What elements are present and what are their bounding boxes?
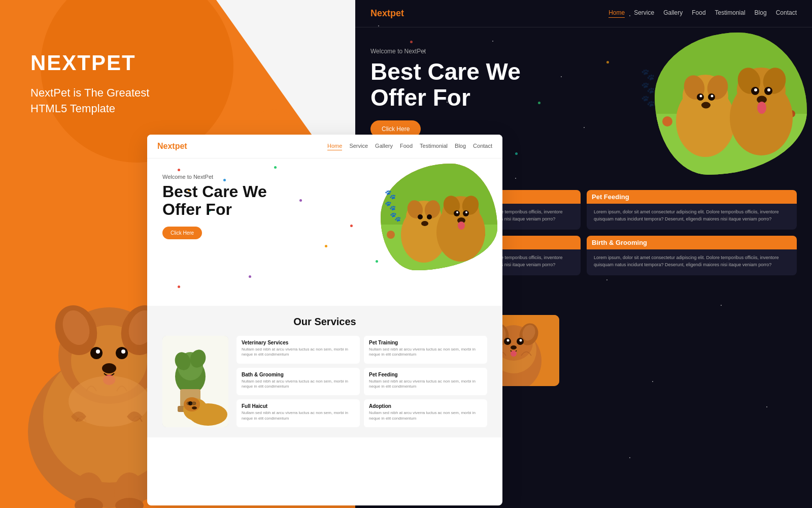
service-item-adoption: Adoption Nullam sed nibh at arcu viverra… [364, 399, 487, 427]
services-grid-container: Veterinary Services Nullam sed nibh at a… [162, 336, 487, 427]
svg-point-110 [507, 339, 510, 342]
svg-point-73 [711, 95, 714, 98]
center-logo: Nextpet [157, 142, 187, 151]
services-list: Veterinary Services Nullam sed nibh at a… [236, 336, 487, 427]
service-desc-pet-feeding: Nullam sed nibh at arcu viverra luctus a… [369, 379, 482, 390]
center-nav-contact[interactable]: Contact [473, 143, 492, 150]
paw-prints: 🐾 🐾 🐾 [385, 189, 401, 223]
service-desc-veterinary: Nullam sed nibh at arcu viverra luctus a… [242, 347, 355, 358]
svg-point-9 [116, 347, 128, 359]
right-nav-blog[interactable]: Blog [755, 9, 767, 18]
svg-point-8 [90, 347, 103, 359]
dot [178, 169, 180, 171]
svg-point-113 [511, 351, 517, 357]
center-nav-service[interactable]: Service [349, 143, 368, 150]
svg-point-54 [192, 406, 197, 409]
service-desc-bath-grooming: Nullam sed nibh at arcu viverra luctus a… [242, 379, 355, 390]
dot [325, 245, 327, 247]
left-content: NEXTPET NextPet is The Greatest HTML5 Te… [30, 51, 149, 117]
right-paw-prints: 🐾🐾🐾 [641, 68, 655, 108]
right-nav-food[interactable]: Food [692, 9, 705, 18]
right-nav-contact[interactable]: Contact [776, 9, 797, 18]
svg-point-111 [520, 339, 522, 342]
svg-point-84 [757, 102, 766, 114]
center-nav: Nextpet Home Service Gallery Food Testim… [147, 135, 502, 158]
star [766, 406, 767, 407]
right-nav-home[interactable]: Home [608, 9, 625, 18]
svg-point-82 [767, 88, 770, 91]
center-hero-title: Best Care We Offer For [162, 183, 487, 218]
svg-point-60 [662, 116, 672, 126]
center-nav-blog[interactable]: Blog [455, 143, 466, 150]
service-desc-adoption: Nullam sed nibh at arcu viverra luctus a… [369, 410, 482, 421]
right-card-text-birth-grooming: Lorem ipsum, dolor sit amet consectetur … [594, 255, 790, 268]
center-hero: Welcome to NextPet Best Care We Offer Fo… [147, 158, 502, 306]
svg-point-72 [700, 95, 702, 98]
service-item-full-haicut: Full Haicut Nullam sed nibh at arcu vive… [236, 399, 360, 427]
right-nav-testimonial[interactable]: Testimonial [715, 9, 746, 18]
center-services-section: Our Services [147, 306, 502, 437]
service-title-pet-training: Pet Training [369, 340, 482, 345]
brand-title: NEXTPET [30, 51, 149, 75]
right-logo: Nextpet [370, 8, 404, 19]
right-nav-gallery[interactable]: Gallery [663, 9, 683, 18]
center-hero-text: Welcome to NextPet Best Care We Offer Fo… [162, 174, 487, 239]
service-title-pet-feeding: Pet Feeding [369, 372, 482, 377]
right-blob-shape [655, 33, 807, 175]
service-title-adoption: Adoption [369, 403, 482, 409]
dot [249, 275, 251, 278]
star [629, 457, 630, 458]
right-nav-service[interactable]: Service [634, 9, 654, 18]
service-item-veterinary: Veterinary Services Nullam sed nibh at a… [236, 336, 360, 364]
svg-point-12 [102, 363, 116, 373]
center-hero-btn[interactable]: Click Here [162, 227, 202, 239]
svg-rect-55 [187, 402, 191, 405]
svg-point-10 [96, 350, 100, 354]
service-item-bath-grooming: Bath & Grooming Nullam sed nibh at arcu … [236, 368, 360, 396]
service-desc-full-haicut: Nullam sed nibh at arcu viverra luctus a… [242, 410, 355, 421]
center-nav-gallery[interactable]: Gallery [375, 143, 393, 150]
right-card-birth-grooming: Birth & Grooming Lorem ipsum, dolor sit … [587, 236, 797, 275]
service-item-pet-feeding: Pet Feeding Nullam sed nibh at arcu vive… [364, 368, 487, 396]
right-card-title-pet-feeding: Pet Feeding [587, 190, 797, 204]
services-section-title: Our Services [162, 316, 487, 328]
svg-point-112 [511, 345, 517, 350]
center-mockup-panel: Nextpet Home Service Gallery Food Testim… [147, 135, 502, 505]
right-nav-links: Home Service Gallery Food Testimonial Bl… [608, 9, 797, 18]
svg-point-74 [701, 102, 710, 109]
service-item-pet-training: Pet Training Nullam sed nibh at arcu viv… [364, 336, 487, 364]
service-desc-pet-training: Nullam sed nibh at arcu viverra luctus a… [369, 347, 482, 358]
service-title-bath-grooming: Bath & Grooming [242, 372, 355, 377]
dot [376, 260, 378, 263]
right-card-title-birth-grooming: Birth & Grooming [587, 236, 797, 249]
services-image [162, 336, 228, 427]
dot [178, 285, 180, 288]
brand-subtitle: NextPet is The Greatest HTML5 Template [30, 85, 149, 117]
dot [274, 166, 277, 169]
right-nav: Nextpet Home Service Gallery Food Testim… [355, 0, 812, 27]
service-title-veterinary: Veterinary Services [242, 340, 355, 345]
center-nav-links: Home Service Gallery Food Testimonial Bl… [327, 143, 492, 150]
center-nav-food[interactable]: Food [400, 143, 413, 150]
svg-point-81 [754, 88, 757, 91]
svg-point-11 [121, 350, 125, 354]
service-title-full-haicut: Full Haicut [242, 403, 355, 409]
center-nav-testimonial[interactable]: Testimonial [420, 143, 448, 150]
center-hero-welcome: Welcome to NextPet [162, 174, 487, 180]
svg-rect-56 [192, 402, 196, 405]
right-card-text-pet-feeding: Lorem ipsum, dolor sit amet consectetur … [594, 209, 790, 223]
right-card-pet-feeding: Pet Feeding Lorem ipsum, dolor sit amet … [587, 190, 797, 230]
right-dog-blob [655, 33, 807, 175]
center-nav-home[interactable]: Home [327, 143, 342, 150]
